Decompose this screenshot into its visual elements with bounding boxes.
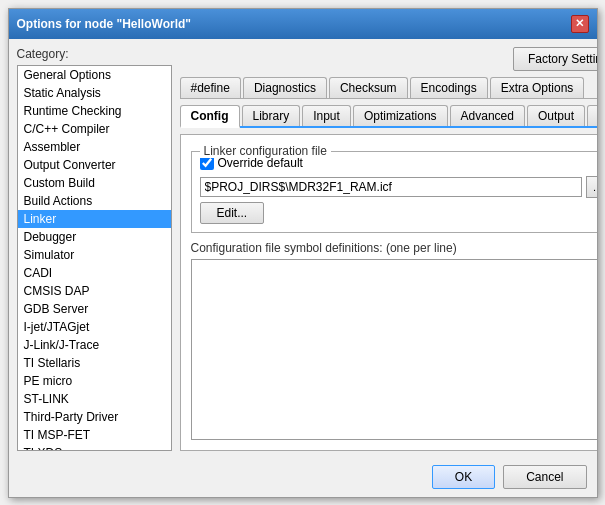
content-area: Linker configuration file Override defau… [180, 134, 597, 451]
category-label: Category: [17, 47, 172, 61]
browse-button[interactable]: ... [586, 176, 597, 198]
close-button[interactable]: ✕ [571, 15, 589, 33]
symbol-textarea[interactable] [192, 260, 597, 439]
category-item-linker[interactable]: Linker [18, 210, 171, 228]
category-item-c-cpp-compiler[interactable]: C/C++ Compiler [18, 120, 171, 138]
extra-options-tab[interactable]: Extra Options [490, 77, 585, 98]
override-label: Override default [218, 156, 303, 170]
dialog-body: Category: General OptionsStatic Analysis… [9, 39, 597, 459]
checksum-tab[interactable]: Checksum [329, 77, 408, 98]
category-item-static-analysis[interactable]: Static Analysis [18, 84, 171, 102]
category-item-j-link-j-trace[interactable]: J-Link/J-Trace [18, 336, 171, 354]
category-item-debugger[interactable]: Debugger [18, 228, 171, 246]
category-item-ti-msp-fet[interactable]: TI MSP-FET [18, 426, 171, 444]
define-tab[interactable]: #define [180, 77, 241, 98]
symbol-label: Configuration file symbol definitions: (… [191, 241, 597, 255]
config-tab[interactable]: Config [180, 105, 240, 128]
linker-config-section: Linker configuration file Override defau… [191, 151, 597, 233]
main-panel: Factory Settings #defineDiagnosticsCheck… [180, 47, 597, 451]
cancel-button[interactable]: Cancel [503, 465, 586, 489]
library-tab[interactable]: Library [242, 105, 301, 126]
main-dialog: Options for node "HelloWorld" ✕ Category… [8, 8, 598, 498]
category-item-i-jet-jtagjet[interactable]: I-jet/JTAGjet [18, 318, 171, 336]
category-item-gdb-server[interactable]: GDB Server [18, 300, 171, 318]
category-list[interactable]: General OptionsStatic AnalysisRuntime Ch… [17, 65, 172, 451]
category-item-cadi[interactable]: CADI [18, 264, 171, 282]
category-item-custom-build[interactable]: Custom Build [18, 174, 171, 192]
category-item-pe-micro[interactable]: PE micro [18, 372, 171, 390]
symbol-textarea-wrap: ▲ ▼ [191, 259, 597, 440]
file-path-input[interactable] [200, 177, 582, 197]
ok-button[interactable]: OK [432, 465, 495, 489]
tabs-top: #defineDiagnosticsChecksumEncodingsExtra… [180, 77, 597, 99]
category-item-general-options[interactable]: General Options [18, 66, 171, 84]
category-item-assembler[interactable]: Assembler [18, 138, 171, 156]
input-tab[interactable]: Input [302, 105, 351, 126]
category-panel: Category: General OptionsStatic Analysis… [17, 47, 172, 451]
factory-settings-button[interactable]: Factory Settings [513, 47, 597, 71]
dialog-footer: OK Cancel [9, 459, 597, 497]
category-item-build-actions[interactable]: Build Actions [18, 192, 171, 210]
advanced-tab[interactable]: Advanced [450, 105, 525, 126]
tabs-second: ConfigLibraryInputOptimizationsAdvancedO… [180, 105, 597, 128]
category-item-third-party-driver[interactable]: Third-Party Driver [18, 408, 171, 426]
encodings-tab[interactable]: Encodings [410, 77, 488, 98]
category-item-st-link[interactable]: ST-LINK [18, 390, 171, 408]
factory-row: Factory Settings [180, 47, 597, 71]
category-item-simulator[interactable]: Simulator [18, 246, 171, 264]
file-input-row: ... [200, 176, 597, 198]
category-item-ti-xds[interactable]: TI XDS [18, 444, 171, 451]
category-item-runtime-checking[interactable]: Runtime Checking [18, 102, 171, 120]
list-tab[interactable]: List [587, 105, 597, 126]
output-tab[interactable]: Output [527, 105, 585, 126]
override-row: Override default [200, 156, 597, 170]
override-checkbox[interactable] [200, 156, 214, 170]
category-item-output-converter[interactable]: Output Converter [18, 156, 171, 174]
symbol-section: Configuration file symbol definitions: (… [191, 241, 597, 440]
category-item-cmsis-dap[interactable]: CMSIS DAP [18, 282, 171, 300]
section-legend: Linker configuration file [200, 144, 331, 158]
dialog-title: Options for node "HelloWorld" [17, 17, 191, 31]
diagnostics-tab[interactable]: Diagnostics [243, 77, 327, 98]
title-bar: Options for node "HelloWorld" ✕ [9, 9, 597, 39]
optimizations-tab[interactable]: Optimizations [353, 105, 448, 126]
category-item-ti-stellaris[interactable]: TI Stellaris [18, 354, 171, 372]
edit-button[interactable]: Edit... [200, 202, 265, 224]
